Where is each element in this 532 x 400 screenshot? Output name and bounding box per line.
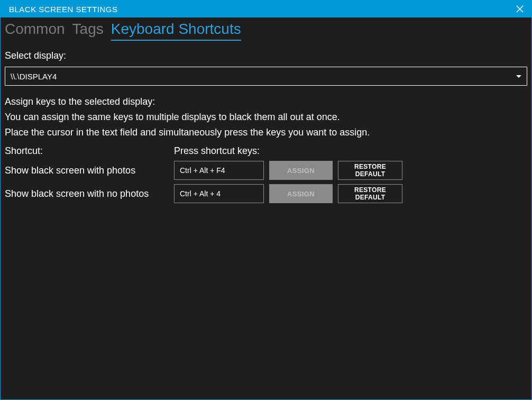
settings-window: BLACK SCREEN SETTINGS Common Tags Keyboa… [0, 0, 532, 400]
shortcut-grid: Shortcut: Press shortcut keys: Show blac… [5, 146, 527, 203]
tab-keyboard-shortcuts[interactable]: Keyboard Shortcuts [111, 21, 241, 41]
shortcut-input-photos[interactable]: Ctrl + Alt + F4 [174, 161, 264, 180]
column-press-label: Press shortcut keys: [174, 146, 260, 157]
shortcut-input-no-photos[interactable]: Ctrl + Alt + 4 [174, 184, 264, 203]
grid-header: Shortcut: Press shortcut keys: [5, 146, 527, 157]
restore-default-button-no-photos[interactable]: RESTORE DEFAULT [338, 184, 402, 203]
row-label-photos: Show black screen with photos [5, 165, 174, 176]
window-title: BLACK SCREEN SETTINGS [9, 5, 118, 14]
close-icon [516, 5, 524, 13]
assign-button-photos[interactable]: ASSIGN [269, 161, 333, 180]
content-area: Common Tags Keyboard Shortcuts Select di… [1, 17, 531, 399]
assign-heading: Assign keys to the selected display: [5, 96, 527, 107]
caret-down-icon [516, 75, 521, 78]
shortcut-value: Ctrl + Alt + 4 [180, 189, 221, 198]
tab-common[interactable]: Common [5, 21, 65, 40]
shortcut-row: Show black screen with no photos Ctrl + … [5, 184, 527, 203]
close-button[interactable] [515, 4, 525, 14]
shortcut-value: Ctrl + Alt + F4 [180, 166, 225, 175]
column-shortcut-label: Shortcut: [5, 146, 174, 157]
select-display-label: Select display: [5, 50, 527, 61]
assign-help-2: Place the cursor in the text field and s… [5, 127, 527, 138]
assign-help-1: You can assign the same keys to multiple… [5, 112, 527, 123]
restore-default-button-photos[interactable]: RESTORE DEFAULT [338, 161, 402, 180]
shortcut-row: Show black screen with photos Ctrl + Alt… [5, 161, 527, 180]
row-label-no-photos: Show black screen with no photos [5, 188, 174, 199]
tab-tags[interactable]: Tags [72, 21, 104, 40]
tab-bar: Common Tags Keyboard Shortcuts [5, 21, 527, 41]
display-select-value: \\.\DISPLAY4 [11, 72, 57, 81]
titlebar: BLACK SCREEN SETTINGS [1, 1, 531, 17]
display-select[interactable]: \\.\DISPLAY4 [5, 67, 527, 86]
assign-button-no-photos[interactable]: ASSIGN [269, 184, 333, 203]
